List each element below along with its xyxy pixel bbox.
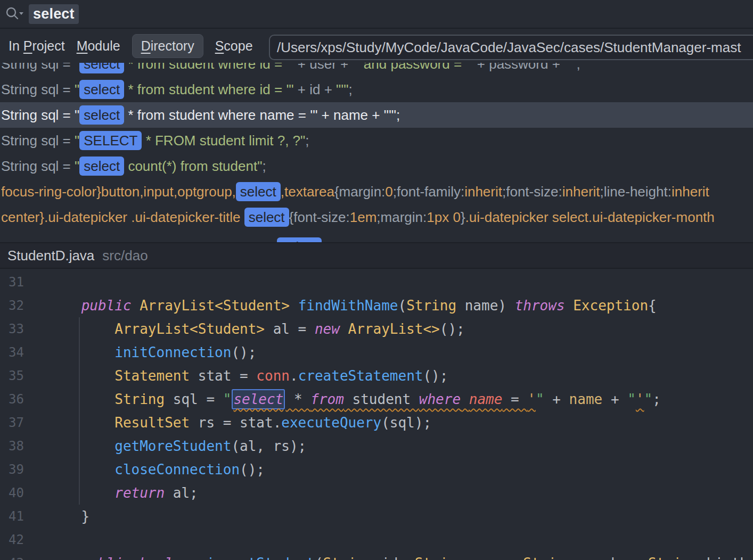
code-line[interactable]: 41 }	[0, 505, 753, 528]
code-line[interactable]: 34 initConnection();	[0, 341, 753, 364]
text-segment: name	[569, 391, 603, 407]
text-segment: ;font-size:	[502, 184, 562, 200]
text-segment: focus-ring-color}button,input,optgroup,	[1, 184, 236, 200]
scope-option-module[interactable]: Module	[77, 38, 120, 54]
match-highlight: SELECT	[79, 131, 142, 150]
text-segment: ;	[305, 133, 309, 149]
text-segment: al =	[265, 321, 315, 337]
code-text: Statement stat = conn.createStatement();	[48, 364, 448, 388]
text-segment: String	[523, 555, 573, 560]
text-segment: name,	[465, 555, 523, 560]
text-segment: }	[461, 209, 465, 225]
text-segment: 1px 0	[427, 209, 461, 225]
search-input[interactable]: select	[29, 4, 79, 24]
code-text: String sql = "select * from student wher…	[48, 388, 661, 411]
text-segment: String sql =	[1, 133, 75, 149]
text-segment	[48, 321, 114, 337]
text-segment	[461, 391, 469, 407]
code-text: public ArrayList<Student> findWithName(S…	[48, 294, 657, 317]
text-segment: + password +	[473, 63, 564, 72]
text-segment: String	[648, 555, 698, 560]
indent-guide	[79, 317, 80, 505]
text-segment: createStatement	[298, 368, 423, 384]
line-number: 40	[0, 481, 39, 505]
text-segment: =	[502, 391, 527, 407]
text-segment: center}.ui-datepicker .ui-datepicker-tit…	[1, 209, 244, 225]
line-number: 33	[0, 317, 39, 341]
match-highlight: select	[277, 237, 322, 242]
search-result-row[interactable]: String sql = "select * from student wher…	[0, 63, 753, 77]
preview-file-name: StudentD.java	[7, 248, 94, 264]
text-segment: ;	[349, 81, 353, 97]
text-segment: executeQuery	[281, 415, 381, 431]
line-number: 43	[0, 551, 39, 560]
scope-option-in-project[interactable]: In Project	[9, 38, 65, 54]
text-segment: closeConnection	[114, 462, 240, 477]
text-segment: *	[285, 391, 310, 407]
code-line[interactable]: 35 Statement stat = conn.createStatement…	[0, 364, 753, 388]
line-number: 41	[0, 505, 39, 528]
text-segment: gender,	[573, 555, 648, 560]
search-result-row[interactable]: String sql = "SELECT * FROM student limi…	[0, 128, 753, 153]
text-segment	[340, 321, 348, 337]
search-result-row[interactable]: focus-ring-color}button,input,optgroup,s…	[0, 179, 753, 204]
text-segment: {margin:	[334, 184, 385, 200]
text-segment: String sql = "	[1, 107, 79, 123]
code-line[interactable]: 32 public ArrayList<Student> findWithNam…	[0, 294, 753, 317]
text-segment: findWithName	[298, 298, 398, 314]
text-segment	[48, 368, 114, 384]
text-segment: getMoreStudent	[114, 438, 231, 454]
text-segment: "	[75, 158, 79, 174]
text-segment: ArrayList<Student>	[140, 298, 290, 314]
text-segment: ;	[262, 158, 266, 174]
text-segment: * from student where id = '"	[124, 63, 293, 72]
text-segment: public	[81, 298, 132, 314]
code-line[interactable]: 43 public boolean insertStudent(String i…	[0, 551, 753, 560]
text-segment: .	[290, 368, 298, 384]
search-icon[interactable]	[4, 5, 26, 22]
text-segment: + user +	[294, 63, 353, 72]
text-segment: initConnection	[114, 344, 231, 360]
mnemonic-letter: S	[215, 38, 224, 53]
text-segment: "'"	[336, 81, 348, 97]
text-segment: public	[81, 555, 132, 560]
search-result-row[interactable]: String sql = "select count(*) from stude…	[0, 153, 753, 179]
text-segment: new	[315, 321, 340, 337]
search-result-row[interactable]: select	[0, 230, 753, 242]
text-segment: ();	[440, 321, 465, 337]
code-line[interactable]: 38 getMoreStudent(al, rs);	[0, 434, 753, 458]
text-segment: name)	[456, 298, 515, 314]
code-line[interactable]: 36 String sql = "select * from student w…	[0, 388, 753, 411]
search-result-row[interactable]: String sql = "select * from student wher…	[0, 77, 753, 102]
search-result-row[interactable]: center}.ui-datepicker .ui-datepicker-tit…	[0, 204, 753, 230]
scope-option-directory[interactable]: Directory	[132, 34, 203, 58]
code-line[interactable]: 33 ArrayList<Student> al = new ArrayList…	[0, 317, 753, 341]
text-segment: }	[48, 508, 89, 524]
text-segment: '	[527, 391, 536, 407]
scope-option-scope[interactable]: Scope	[215, 38, 253, 54]
text-segment: conn	[256, 368, 290, 384]
text-segment: inherit	[672, 184, 709, 200]
match-highlight: select	[244, 208, 289, 227]
text-segment: insertStudent	[206, 555, 315, 560]
code-line[interactable]: 31	[0, 270, 753, 294]
code-line[interactable]: 37 ResultSet rs = stat.executeQuery(sql)…	[0, 411, 753, 434]
text-segment	[132, 298, 140, 314]
code-text: ArrayList<Student> al = new ArrayList<>(…	[48, 317, 465, 341]
text-segment: * from student where name = '" + name + …	[124, 107, 400, 123]
text-segment	[48, 298, 81, 314]
line-number: 37	[0, 411, 39, 434]
text-segment	[48, 462, 114, 477]
code-line[interactable]: 42	[0, 528, 753, 551]
code-line[interactable]: 40 return al;	[0, 481, 753, 505]
mnemonic-letter: M	[77, 38, 88, 53]
code-line[interactable]: 39 closeConnection();	[0, 458, 753, 481]
text-segment: birthday){	[698, 555, 753, 560]
text-segment: {font-size:	[289, 209, 350, 225]
text-segment: .ui-datepicker select.ui-datepicker-mont…	[465, 209, 715, 225]
text-segment: count(*) from student"	[124, 158, 262, 174]
search-result-row[interactable]: String sql = "select * from student wher…	[0, 102, 753, 128]
code-preview[interactable]: 3132 public ArrayList<Student> findWithN…	[0, 269, 753, 560]
code-text: getMoreStudent(al, rs);	[48, 434, 306, 458]
directory-path-field[interactable]: /Users/xps/Study/MyCode/JavaCode/JavaSec…	[269, 35, 753, 60]
